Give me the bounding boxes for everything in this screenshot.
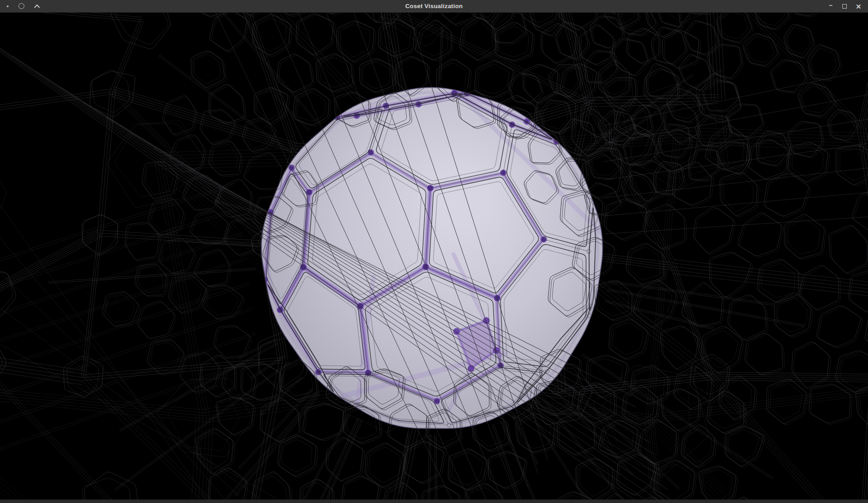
circle-icon[interactable] — [18, 3, 24, 9]
chevron-up-icon[interactable] — [34, 4, 40, 8]
window-bottom-border — [0, 499, 868, 503]
maximize-button[interactable] — [840, 1, 850, 11]
window-title: Coset Visualization — [0, 3, 868, 9]
coset-3d-viewport[interactable] — [0, 13, 868, 499]
close-button[interactable]: ✕ — [854, 1, 863, 11]
minimize-button[interactable]: − — [826, 1, 836, 11]
maximize-icon — [842, 4, 847, 9]
titlebar[interactable]: Coset Visualization − ✕ — [0, 0, 868, 13]
app-window: Coset Visualization − ✕ — [0, 0, 868, 503]
status-dot-icon — [7, 5, 9, 7]
